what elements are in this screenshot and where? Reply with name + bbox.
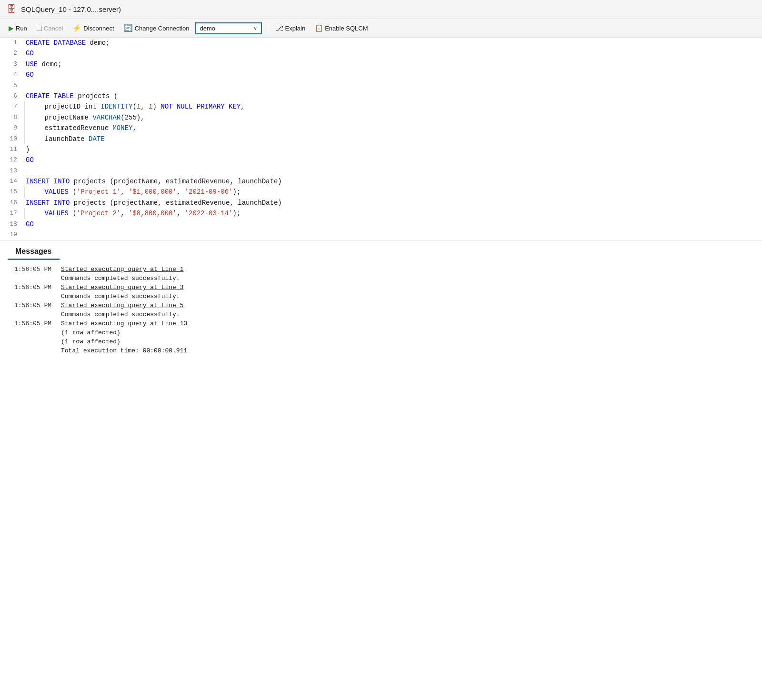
line-content bbox=[24, 230, 762, 240]
code-line: 17 VALUES ('Project 2', '$8,800,000', '2… bbox=[0, 208, 762, 219]
message-row: 1:56:05 PMStarted executing query at Lin… bbox=[0, 301, 762, 310]
message-time: 1:56:05 PM bbox=[0, 301, 61, 310]
disconnect-label: Disconnect bbox=[83, 25, 114, 32]
line-content bbox=[24, 80, 762, 91]
line-content: GO bbox=[24, 70, 762, 80]
run-button[interactable]: ▶ Run bbox=[5, 22, 31, 34]
line-number: 17 bbox=[0, 208, 24, 219]
line-content: GO bbox=[24, 48, 762, 59]
toolbar: ▶ Run Cancel ⚡ Disconnect 🔄 Change Conne… bbox=[0, 19, 762, 38]
database-dropdown[interactable]: demo ∨ bbox=[195, 22, 262, 34]
explain-icon: ⎇ bbox=[276, 24, 283, 32]
message-row: 1:56:05 PMStarted executing query at Lin… bbox=[0, 265, 762, 274]
message-detail-row: Commands completed successfully. bbox=[0, 292, 762, 301]
messages-panel: Messages 1:56:05 PMStarted executing que… bbox=[0, 240, 762, 362]
db-icon: 🗄 bbox=[7, 4, 16, 15]
code-line: 14INSERT INTO projects (projectName, est… bbox=[0, 176, 762, 187]
code-line: 2GO bbox=[0, 48, 762, 59]
line-number: 1 bbox=[0, 38, 24, 48]
code-line: 9 estimatedRevenue MONEY, bbox=[0, 123, 762, 133]
line-content: INSERT INTO projects (projectName, estim… bbox=[24, 198, 762, 208]
message-time: 1:56:05 PM bbox=[0, 265, 61, 274]
line-number: 6 bbox=[0, 91, 24, 101]
message-detail: Total execution time: 00:00:00.911 bbox=[61, 346, 762, 355]
line-content: launchDate DATE bbox=[24, 134, 762, 144]
change-connection-icon: 🔄 bbox=[124, 24, 133, 32]
message-link[interactable]: Started executing query at Line 1 bbox=[61, 265, 762, 274]
change-connection-button[interactable]: 🔄 Change Connection bbox=[120, 22, 193, 34]
line-number: 13 bbox=[0, 166, 24, 176]
line-number: 9 bbox=[0, 123, 24, 133]
line-content bbox=[24, 166, 762, 176]
message-detail: Commands completed successfully. bbox=[61, 292, 762, 301]
code-line: 3USE demo; bbox=[0, 59, 762, 70]
line-number: 19 bbox=[0, 230, 24, 240]
message-link[interactable]: Started executing query at Line 3 bbox=[61, 283, 762, 292]
code-line: 6CREATE TABLE projects ( bbox=[0, 91, 762, 101]
line-content: projectName VARCHAR(255), bbox=[24, 112, 762, 123]
line-content: INSERT INTO projects (projectName, estim… bbox=[24, 176, 762, 187]
code-line: 13 bbox=[0, 166, 762, 176]
message-detail-row: Total execution time: 00:00:00.911 bbox=[0, 346, 762, 355]
line-content: VALUES ('Project 1', '$1,000,000', '2021… bbox=[24, 187, 762, 197]
line-content: GO bbox=[24, 155, 762, 165]
disconnect-button[interactable]: ⚡ Disconnect bbox=[69, 22, 118, 34]
db-dropdown-value: demo bbox=[200, 25, 251, 32]
code-line: 4GO bbox=[0, 70, 762, 80]
enable-sqlcm-button[interactable]: 📋 Enable SQLCM bbox=[311, 22, 371, 34]
code-line: 12GO bbox=[0, 155, 762, 165]
messages-header: Messages bbox=[8, 247, 60, 260]
code-line: 7 projectID int IDENTITY(1, 1) NOT NULL … bbox=[0, 101, 762, 112]
code-line: 15 VALUES ('Project 1', '$1,000,000', '2… bbox=[0, 187, 762, 197]
message-detail: Commands completed successfully. bbox=[61, 310, 762, 319]
enable-sqlcm-icon: 📋 bbox=[315, 24, 323, 32]
line-number: 18 bbox=[0, 219, 24, 230]
line-content: USE demo; bbox=[24, 59, 762, 70]
line-number: 14 bbox=[0, 176, 24, 187]
line-number: 11 bbox=[0, 144, 24, 155]
line-number: 15 bbox=[0, 187, 24, 197]
message-link[interactable]: Started executing query at Line 5 bbox=[61, 301, 762, 310]
message-detail-row: (1 row affected) bbox=[0, 337, 762, 346]
message-detail-row: (1 row affected) bbox=[0, 328, 762, 337]
code-line: 5 bbox=[0, 80, 762, 91]
message-detail: Commands completed successfully. bbox=[61, 274, 762, 283]
code-line: 11) bbox=[0, 144, 762, 155]
message-link[interactable]: Started executing query at Line 13 bbox=[61, 319, 762, 328]
message-detail: (1 row affected) bbox=[61, 337, 762, 346]
line-number: 5 bbox=[0, 80, 24, 91]
line-number: 16 bbox=[0, 198, 24, 208]
chevron-down-icon: ∨ bbox=[253, 25, 257, 31]
code-line: 10 launchDate DATE bbox=[0, 134, 762, 144]
run-icon: ▶ bbox=[9, 24, 14, 32]
code-line: 16INSERT INTO projects (projectName, est… bbox=[0, 198, 762, 208]
message-row: 1:56:05 PMStarted executing query at Lin… bbox=[0, 283, 762, 292]
messages-table: 1:56:05 PMStarted executing query at Lin… bbox=[0, 265, 762, 355]
explain-button[interactable]: ⎇ Explain bbox=[272, 22, 310, 34]
message-detail-row: Commands completed successfully. bbox=[0, 310, 762, 319]
run-label: Run bbox=[16, 25, 27, 32]
sql-editor[interactable]: 1CREATE DATABASE demo;2GO3USE demo;4GO5 … bbox=[0, 38, 762, 240]
line-content: estimatedRevenue MONEY, bbox=[24, 123, 762, 133]
message-row: 1:56:05 PMStarted executing query at Lin… bbox=[0, 319, 762, 328]
line-number: 8 bbox=[0, 112, 24, 123]
cancel-button[interactable]: Cancel bbox=[33, 23, 67, 34]
code-line: 1CREATE DATABASE demo; bbox=[0, 38, 762, 48]
code-line: 18GO bbox=[0, 219, 762, 230]
line-number: 2 bbox=[0, 48, 24, 59]
cancel-label: Cancel bbox=[44, 25, 63, 32]
explain-label: Explain bbox=[285, 25, 306, 32]
enable-sqlcm-label: Enable SQLCM bbox=[325, 25, 368, 32]
line-number: 7 bbox=[0, 101, 24, 112]
window-title: SQLQuery_10 - 127.0....server) bbox=[21, 5, 121, 13]
line-content: CREATE DATABASE demo; bbox=[24, 38, 762, 48]
title-bar: 🗄 SQLQuery_10 - 127.0....server) bbox=[0, 0, 762, 19]
message-time: 1:56:05 PM bbox=[0, 283, 61, 292]
line-content: GO bbox=[24, 219, 762, 230]
change-connection-label: Change Connection bbox=[135, 25, 190, 32]
cancel-icon bbox=[37, 26, 42, 31]
disconnect-icon: ⚡ bbox=[72, 24, 81, 32]
code-line: 8 projectName VARCHAR(255), bbox=[0, 112, 762, 123]
line-number: 3 bbox=[0, 59, 24, 70]
message-detail-row: Commands completed successfully. bbox=[0, 274, 762, 283]
